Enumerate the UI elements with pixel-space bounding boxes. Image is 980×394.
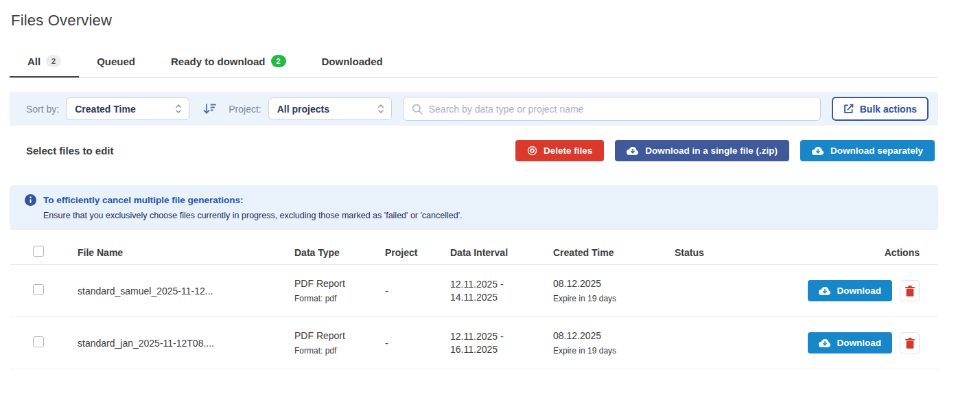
- download-button[interactable]: Download: [808, 280, 893, 301]
- tab-bar: All 2 Queued Ready to download 2 Downloa…: [10, 49, 938, 78]
- tab-all-label: All: [27, 56, 40, 67]
- filter-bar: Sort by: Created Time Project: All proje…: [10, 92, 938, 126]
- bulk-actions-label: Bulk actions: [860, 104, 917, 115]
- tab-ready-to-download[interactable]: Ready to download 2: [153, 49, 304, 77]
- tab-downloaded[interactable]: Downloaded: [304, 49, 401, 77]
- selection-toolbar: Select files to edit Delete files Downlo…: [10, 140, 938, 161]
- info-banner: To efficiently cancel multiple file gene…: [10, 185, 938, 230]
- download-zip-button[interactable]: Download in a single file (.zip): [615, 140, 789, 161]
- table-row: standard_samuel_2025-11-12... PDF Report…: [10, 265, 938, 317]
- delete-row-button[interactable]: [900, 332, 920, 354]
- download-button-label: Download: [837, 286, 882, 296]
- file-name: standard_jan_2025-11-12T08....: [78, 338, 294, 349]
- sort-descending-icon: [203, 103, 216, 115]
- select-files-title: Select files to edit: [26, 145, 114, 157]
- header-data-interval: Data Interval: [450, 247, 553, 258]
- bulk-action-buttons: Delete files Download in a single file (…: [515, 140, 935, 161]
- cloud-download-icon: [819, 338, 831, 348]
- cloud-download-icon: [812, 146, 824, 156]
- sort-by-label: Sort by:: [26, 104, 59, 115]
- table-header-row: File Name Data Type Project Data Interva…: [10, 240, 938, 265]
- download-button-label: Download: [837, 338, 882, 348]
- header-actions: Actions: [796, 247, 938, 258]
- header-project: Project: [385, 247, 450, 258]
- search-box: [403, 97, 821, 121]
- tab-queued[interactable]: Queued: [79, 49, 153, 77]
- interval-end: 16.11.2025: [450, 344, 553, 355]
- cancel-circle-icon: [527, 146, 537, 156]
- search-icon: [412, 104, 423, 115]
- file-format: Format: pdf: [294, 346, 385, 356]
- files-overview-page: Files Overview All 2 Queued Ready to dow…: [10, 0, 938, 369]
- download-separately-button[interactable]: Download separately: [800, 140, 935, 161]
- created-date: 08.12.2025: [553, 330, 675, 341]
- bulk-actions-button[interactable]: Bulk actions: [832, 97, 929, 121]
- project-value: All projects: [277, 104, 329, 115]
- tab-ready-label: Ready to download: [171, 56, 266, 67]
- header-created-time: Created Time: [553, 247, 675, 258]
- project-label: Project:: [229, 104, 261, 115]
- header-status: Status: [675, 247, 796, 258]
- edit-icon: [843, 104, 854, 114]
- cloud-download-icon: [627, 146, 639, 156]
- header-file-name: File Name: [78, 247, 294, 258]
- search-input[interactable]: [429, 104, 812, 115]
- info-banner-body: Ensure that you exclusively choose files…: [43, 211, 924, 220]
- files-table: File Name Data Type Project Data Interva…: [10, 240, 938, 369]
- data-type: PDF Report: [294, 330, 385, 341]
- data-type: PDF Report: [294, 278, 385, 289]
- file-name: standard_samuel_2025-11-12...: [78, 286, 294, 297]
- tab-all-count-badge: 2: [46, 55, 61, 67]
- sort-by-value: Created Time: [75, 104, 135, 115]
- download-button[interactable]: Download: [808, 332, 893, 354]
- header-data-type: Data Type: [294, 247, 385, 258]
- selector-chevrons-icon: [377, 104, 384, 114]
- project-select[interactable]: All projects: [268, 97, 392, 120]
- sort-direction-button[interactable]: [203, 103, 216, 115]
- tab-all[interactable]: All 2: [10, 49, 79, 77]
- created-date: 08.12.2025: [553, 278, 675, 289]
- table-row: standard_jan_2025-11-12T08.... PDF Repor…: [10, 317, 938, 369]
- download-separately-label: Download separately: [830, 146, 923, 156]
- delete-files-label: Delete files: [544, 146, 592, 156]
- project-value: -: [385, 338, 450, 349]
- trash-icon: [905, 286, 915, 297]
- info-banner-title: To efficiently cancel multiple file gene…: [43, 195, 244, 205]
- page-title: Files Overview: [11, 0, 938, 30]
- file-format: Format: pdf: [294, 294, 385, 303]
- interval-start: 12.11.2025 -: [450, 279, 553, 290]
- sort-by-select[interactable]: Created Time: [66, 97, 189, 120]
- tab-ready-count-badge: 2: [271, 55, 286, 67]
- expiry-note: Expire in 19 days: [553, 294, 675, 303]
- info-icon: [25, 194, 36, 206]
- selector-chevrons-icon: [175, 104, 182, 114]
- project-value: -: [385, 286, 450, 297]
- tab-downloaded-label: Downloaded: [322, 56, 383, 67]
- row-checkbox[interactable]: [33, 336, 44, 347]
- tab-queued-label: Queued: [97, 56, 135, 67]
- interval-end: 14.11.2025: [450, 292, 553, 303]
- select-all-checkbox[interactable]: [33, 246, 44, 257]
- delete-files-button[interactable]: Delete files: [515, 140, 604, 161]
- delete-row-button[interactable]: [900, 280, 920, 301]
- row-checkbox[interactable]: [33, 284, 44, 295]
- download-zip-label: Download in a single file (.zip): [645, 146, 778, 156]
- trash-icon: [905, 338, 915, 349]
- interval-start: 12.11.2025 -: [450, 331, 553, 342]
- cloud-download-icon: [819, 286, 831, 296]
- expiry-note: Expire in 19 days: [553, 346, 675, 356]
